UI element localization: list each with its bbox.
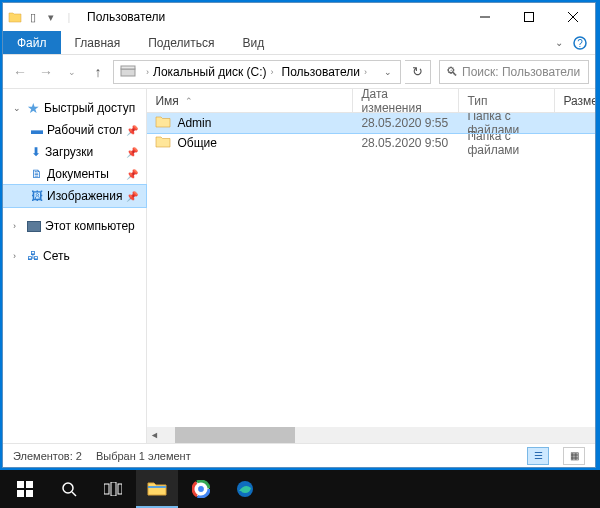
file-tab[interactable]: Файл [3,31,61,54]
table-row[interactable]: Общие28.05.2020 9:50Папка с файлами [147,133,595,153]
taskbar-edge[interactable] [224,470,266,508]
sidebar: ⌄★Быстрый доступ ▬Рабочий стол📌 ⬇Загрузк… [3,89,147,443]
svg-rect-15 [111,482,116,496]
help-button[interactable]: ? [569,32,591,54]
sidebar-quick-access[interactable]: ⌄★Быстрый доступ [3,97,146,119]
forward-button[interactable]: → [35,61,57,83]
horizontal-scrollbar[interactable]: ◄► [147,427,595,443]
col-size[interactable]: Размер [555,89,595,112]
ribbon-expand-icon[interactable]: ⌄ [549,37,569,48]
explorer-window: ▯ ▾ | Пользователи Файл Главная Поделить… [2,2,596,468]
svg-rect-8 [17,481,24,488]
folder-icon [155,135,171,151]
taskbar-explorer[interactable] [136,470,178,508]
close-button[interactable] [551,3,595,31]
selection-info: Выбран 1 элемент [96,450,191,462]
download-icon: ⬇ [31,145,41,159]
task-view-button[interactable] [92,470,134,508]
network-icon: 🖧 [27,249,39,263]
col-date[interactable]: Дата изменения [353,89,459,112]
sidebar-item-documents[interactable]: 🗎Документы📌 [3,163,146,185]
search-icon: 🔍︎ [446,65,458,79]
pin-icon: 📌 [126,191,138,202]
details-view-button[interactable]: ☰ [527,447,549,465]
folder-icon [7,9,23,25]
drive-icon [120,64,136,80]
svg-rect-16 [118,484,122,494]
pc-icon [27,221,41,232]
svg-rect-11 [26,490,33,497]
qa-dropdown-icon[interactable]: ▾ [43,9,59,25]
icons-view-button[interactable]: ▦ [563,447,585,465]
column-headers: Имя⌃ Дата изменения Тип Размер [147,89,595,113]
crumb-users[interactable]: Пользователи [282,65,360,79]
status-bar: Элементов: 2 Выбран 1 элемент ☰ ▦ [3,443,595,467]
taskbar [0,470,600,508]
svg-rect-1 [525,13,534,22]
sidebar-item-desktop[interactable]: ▬Рабочий стол📌 [3,119,146,141]
svg-rect-7 [121,66,135,69]
sidebar-item-pictures[interactable]: 🖼Изображения📌 [3,185,146,207]
sidebar-this-pc[interactable]: ›Этот компьютер [3,215,146,237]
address-dropdown-icon[interactable]: ⌄ [378,67,398,77]
tab-home[interactable]: Главная [61,36,135,50]
maximize-button[interactable] [507,3,551,31]
star-icon: ★ [27,100,40,116]
breadcrumb[interactable]: ›Локальный диск (C:)› Пользователи› ⌄ [113,60,401,84]
address-bar: ← → ⌄ ↑ ›Локальный диск (C:)› Пользовате… [3,55,595,89]
start-button[interactable] [4,470,46,508]
taskbar-search[interactable] [48,470,90,508]
search-input[interactable]: 🔍︎ Поиск: Пользователи [439,60,589,84]
file-list: Имя⌃ Дата изменения Тип Размер Admin28.0… [147,89,595,443]
refresh-button[interactable]: ↻ [405,60,431,84]
titlebar: ▯ ▾ | Пользователи [3,3,595,31]
desktop-icon: ▬ [31,123,43,137]
sidebar-network[interactable]: ›🖧Сеть [3,245,146,267]
back-button[interactable]: ← [9,61,31,83]
svg-text:?: ? [577,38,583,49]
ribbon: Файл Главная Поделиться Вид ⌄ ? [3,31,595,55]
picture-icon: 🖼 [31,189,43,203]
tab-share[interactable]: Поделиться [134,36,228,50]
pin-icon: 📌 [126,125,138,136]
sidebar-item-downloads[interactable]: ⬇Загрузки📌 [3,141,146,163]
pin-icon: 📌 [126,147,138,158]
crumb-drive[interactable]: Локальный диск (C:) [153,65,267,79]
svg-rect-14 [104,484,109,494]
item-count: Элементов: 2 [13,450,82,462]
svg-point-12 [63,483,73,493]
svg-rect-17 [148,486,166,488]
search-placeholder: Поиск: Пользователи [462,65,580,79]
pin-icon: 📌 [126,169,138,180]
document-icon: 🗎 [31,167,43,181]
tab-view[interactable]: Вид [228,36,278,50]
svg-rect-6 [121,69,135,76]
recent-dropdown[interactable]: ⌄ [61,61,83,83]
minimize-button[interactable] [463,3,507,31]
svg-line-13 [72,492,76,496]
up-button[interactable]: ↑ [87,61,109,83]
folder-icon [155,115,171,131]
svg-rect-10 [17,490,24,497]
col-name[interactable]: Имя⌃ [147,89,353,112]
properties-icon[interactable]: ▯ [25,9,41,25]
window-title: Пользователи [81,10,463,24]
svg-rect-9 [26,481,33,488]
taskbar-chrome[interactable] [180,470,222,508]
col-type[interactable]: Тип [459,89,555,112]
